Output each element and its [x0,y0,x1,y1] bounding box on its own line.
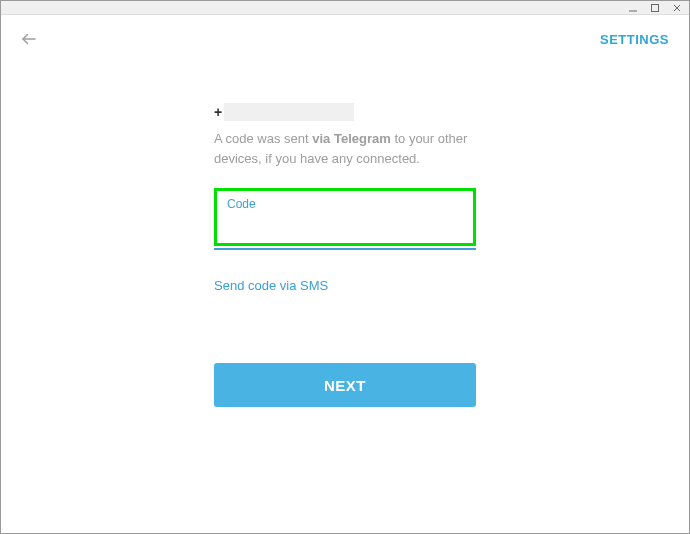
main-content: + A code was sent via Telegram to your o… [214,103,476,407]
minimize-icon[interactable] [627,2,639,14]
next-button[interactable]: NEXT [214,363,476,407]
svg-rect-1 [652,4,659,11]
phone-display: + [214,103,476,121]
header-bar: SETTINGS [1,15,689,63]
code-field-container[interactable]: Code [214,188,476,246]
code-sent-description: A code was sent via Telegram to your oth… [214,129,476,168]
phone-plus: + [214,104,222,120]
desc-bold: via Telegram [312,131,391,146]
close-icon[interactable] [671,2,683,14]
code-label: Code [227,197,463,211]
maximize-icon[interactable] [649,2,661,14]
code-input[interactable] [227,215,463,233]
code-underline [214,248,476,250]
back-button[interactable] [19,29,39,49]
phone-number-masked [224,103,354,121]
desc-text-before: A code was sent [214,131,312,146]
window-titlebar [1,1,689,15]
send-code-sms-link[interactable]: Send code via SMS [214,278,328,293]
settings-link[interactable]: SETTINGS [600,32,669,47]
